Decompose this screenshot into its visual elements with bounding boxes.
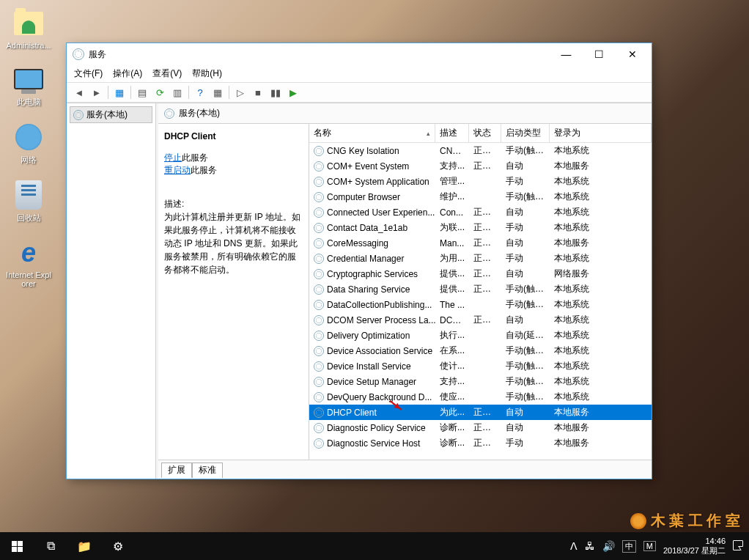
task-view-button[interactable]: ⧉	[34, 532, 67, 560]
menu-help[interactable]: 帮助(H)	[192, 67, 222, 80]
pause-service-button[interactable]: ▮▮	[268, 84, 284, 100]
service-action-stop: 停止此服务	[164, 152, 303, 164]
service-row[interactable]: DCOM Server Process La...DCO...正在...自动本地…	[309, 312, 652, 328]
restart-service-button[interactable]: ▶	[285, 84, 301, 100]
tab-standard[interactable]: 标准	[192, 463, 223, 478]
cell-logon: 本地系统	[550, 206, 652, 218]
cell-logon: 本地服务	[550, 160, 652, 172]
service-row[interactable]: DHCP Client为此...正在...自动本地服务	[309, 405, 652, 420]
service-row[interactable]: Credential Manager为用...正在...手动本地系统	[309, 251, 652, 266]
cell-desc: 执行...	[435, 329, 469, 342]
service-row[interactable]: Data Sharing Service提供...正在...手动(触发...本地…	[309, 281, 652, 297]
service-row[interactable]: CoreMessagingMan...正在...自动本地服务	[309, 235, 652, 251]
selected-service-name: DHCP Client	[164, 131, 303, 141]
watermark-icon	[630, 513, 646, 529]
view-detail-button[interactable]: ▦	[111, 84, 128, 100]
maximize-button[interactable]: ☐	[583, 44, 616, 65]
gear-icon	[314, 438, 324, 449]
system-tray: ᐱ 🖧 🔊 中 M 14:46 2018/3/27 星期二	[570, 537, 749, 556]
forward-button[interactable]: ►	[89, 84, 105, 100]
menu-action[interactable]: 操作(A)	[113, 67, 142, 80]
cell-name: Contact Data_1e1ab	[309, 223, 435, 233]
back-button[interactable]: ◄	[71, 84, 87, 100]
titlebar[interactable]: 服务 — ☐ ✕	[67, 43, 652, 65]
stop-link[interactable]: 停止	[164, 152, 182, 163]
service-row[interactable]: CNG Key IsolationCNG...正在...手动(触发...本地系统	[309, 143, 652, 158]
volume-tray-icon[interactable]: 🔊	[602, 540, 615, 552]
services-list: 名称▴描述状态启动类型登录为 CNG Key IsolationCNG...正在…	[309, 124, 652, 460]
cell-status: 正在...	[469, 268, 501, 280]
refresh-button[interactable]: ⟳	[152, 84, 168, 100]
file-explorer-button[interactable]: 📁	[67, 532, 101, 560]
list-body[interactable]: CNG Key IsolationCNG...正在...手动(触发...本地系统…	[309, 143, 652, 460]
service-row[interactable]: Contact Data_1e1ab为联...正在...手动本地系统	[309, 220, 652, 235]
restart-link[interactable]: 重启动	[164, 165, 191, 175]
stop-service-button[interactable]: ■	[250, 84, 266, 100]
service-row[interactable]: DevQuery Background D...使应...手动(触发...本地系…	[309, 389, 652, 405]
close-button[interactable]: ✕	[616, 44, 649, 65]
service-row[interactable]: COM+ System Application管理...手动本地系统	[309, 174, 652, 189]
ime-lang-button[interactable]: 中	[622, 540, 636, 553]
action-center-button[interactable]	[733, 540, 743, 553]
cell-logon: 本地服务	[550, 406, 652, 419]
cell-desc: CNG...	[435, 146, 469, 156]
service-row[interactable]: COM+ Event System支持...正在...自动本地服务	[309, 158, 652, 174]
column-header-name[interactable]: 名称▴	[309, 124, 435, 142]
desktop-icon-this-pc[interactable]: 此电脑	[6, 63, 51, 108]
cell-start: 自动	[501, 268, 550, 280]
cell-status: 正在...	[469, 237, 501, 249]
start-service-button[interactable]: ▷	[232, 84, 248, 100]
service-row[interactable]: DataCollectionPublishing...The ...手动(触发.…	[309, 297, 652, 312]
ime-mode-button[interactable]: M	[643, 541, 656, 551]
globe-icon	[15, 124, 42, 150]
cell-status: 正在...	[469, 206, 501, 218]
tree-item-services-local[interactable]: 服务(本地)	[70, 106, 152, 123]
menu-view[interactable]: 查看(V)	[152, 67, 182, 80]
cell-desc: 支持...	[435, 160, 469, 172]
column-header-logon[interactable]: 登录为	[550, 124, 652, 142]
start-button[interactable]	[0, 532, 34, 560]
service-row[interactable]: Connected User Experien...Con...正在...自动本…	[309, 205, 652, 220]
taskbar-clock[interactable]: 14:46 2018/3/27 星期二	[663, 537, 726, 556]
column-header-start[interactable]: 启动类型	[501, 124, 550, 142]
column-header-desc[interactable]: 描述	[435, 124, 469, 142]
content: DHCP Client 停止此服务 重启动此服务 描述: 为此计算机注册并更新 …	[158, 124, 652, 460]
properties-button[interactable]: ▤	[134, 84, 150, 100]
toolbar-button[interactable]: ▦	[210, 84, 226, 100]
tab-extended[interactable]: 扩展	[161, 463, 192, 478]
cell-desc: Con...	[435, 207, 469, 218]
service-row[interactable]: Diagnostic Policy Service诊断...正在...自动本地服…	[309, 420, 652, 435]
desktop-icon-ie[interactable]: e Internet Explorer	[6, 237, 51, 288]
cell-desc: 使应...	[435, 391, 469, 403]
gear-icon	[314, 238, 324, 248]
service-row[interactable]: Device Install Service使计...手动(触发...本地系统	[309, 358, 652, 374]
cell-logon: 本地系统	[550, 314, 652, 326]
help-button[interactable]: ?	[192, 84, 208, 100]
gear-icon	[314, 161, 324, 172]
cell-logon: 本地服务	[550, 437, 652, 449]
watermark: 木 葉 工 作 室	[630, 511, 740, 531]
service-row[interactable]: Computer Browser维护...手动(触发...本地系统	[309, 189, 652, 205]
export-button[interactable]: ▥	[169, 84, 185, 100]
service-row[interactable]: Device Association Service在系...手动(触发...本…	[309, 343, 652, 358]
tray-overflow-icon[interactable]: ᐱ	[570, 540, 578, 552]
windows-logo-icon	[12, 541, 23, 552]
desktop-icon-recycle-bin[interactable]: 回收站	[6, 179, 51, 224]
settings-button[interactable]: ⚙	[101, 532, 135, 560]
cell-name: Cryptographic Services	[309, 269, 435, 279]
menu-file[interactable]: 文件(F)	[74, 67, 103, 80]
desktop-icon-network[interactable]: 网络	[6, 121, 51, 166]
cell-start: 手动(触发...	[501, 391, 550, 403]
service-row[interactable]: Cryptographic Services提供...正在...自动网络服务	[309, 266, 652, 281]
desktop-icon-admin[interactable]: Administra...	[6, 7, 51, 50]
gear-icon	[314, 392, 324, 402]
cell-name: Data Sharing Service	[309, 284, 435, 295]
minimize-button[interactable]: —	[550, 44, 583, 65]
window-body: 服务(本地) 服务(本地) DHCP Client 停止此服务 重启动此服务 描…	[67, 103, 652, 479]
service-row[interactable]: Diagnostic Service Host诊断...正在...手动本地服务	[309, 435, 652, 451]
network-tray-icon[interactable]: 🖧	[585, 540, 595, 552]
column-header-status[interactable]: 状态	[469, 124, 501, 142]
service-row[interactable]: Device Setup Manager支持...手动(触发...本地系统	[309, 374, 652, 389]
cell-name: CoreMessaging	[309, 238, 435, 248]
service-row[interactable]: Delivery Optimization执行...自动(延迟...本地系统	[309, 328, 652, 343]
